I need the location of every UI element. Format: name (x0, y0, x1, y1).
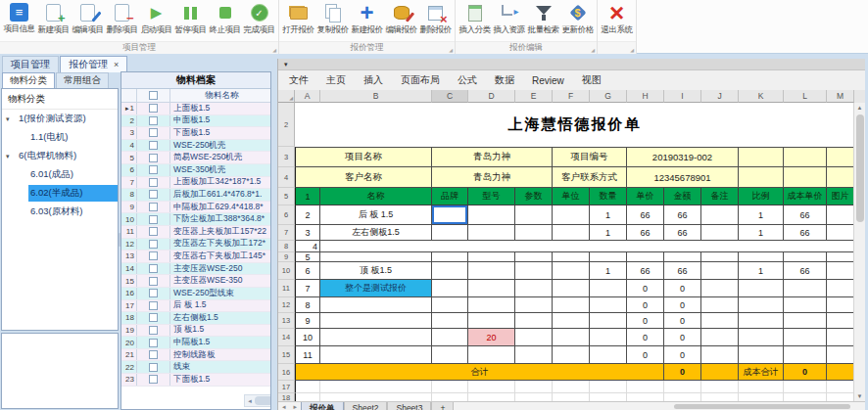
sheet-cell[interactable]: 上海慧悟德报价单 (295, 103, 854, 147)
sheet-cell[interactable] (784, 147, 827, 167)
sheet-cell[interactable] (784, 280, 827, 297)
scroll-left-icon[interactable]: ◂ (245, 397, 255, 405)
row-checkbox-cell[interactable] (137, 288, 170, 299)
doc-tab-active[interactable]: 报价管理× (60, 56, 127, 72)
sheet-cell[interactable] (664, 252, 701, 262)
sheet-cell[interactable] (701, 262, 739, 280)
sheet-hscroll-thumb[interactable] (674, 404, 850, 409)
tree-item[interactable]: 6.01(成品) (2, 165, 118, 184)
tree-item[interactable]: 1.1(电机) (2, 128, 118, 147)
sheet-cell[interactable] (432, 297, 468, 313)
sheet-cell[interactable] (701, 252, 739, 262)
sheet-cell[interactable]: 左右侧板1.5 (320, 225, 432, 241)
row-checkbox-cell[interactable] (137, 251, 170, 262)
sheet-cell[interactable] (515, 252, 553, 262)
sheet-cell[interactable]: 5 (295, 252, 320, 262)
sheet-cell[interactable]: 顶 板1.5 (320, 262, 432, 280)
row-header[interactable]: 10 (278, 262, 295, 280)
sheet-menu-item[interactable]: 文件 (280, 73, 317, 87)
scroll-thumb[interactable] (255, 396, 271, 405)
table-row[interactable]: 7上面板加工342*187*1.5 (121, 177, 270, 190)
sheet-cell[interactable] (553, 205, 590, 225)
sheet-cell[interactable]: 1 (295, 188, 320, 205)
table-row[interactable]: 17后 板 1.5 (121, 300, 270, 313)
sheet-cell[interactable]: 66 (784, 262, 827, 280)
sheet-cell[interactable] (432, 329, 468, 346)
row-header[interactable]: 13 (278, 313, 295, 329)
column-header[interactable]: J (701, 90, 739, 103)
row-header[interactable]: 12 (278, 297, 295, 313)
sheet-cell[interactable] (701, 346, 739, 364)
sheet-cell[interactable] (320, 346, 432, 364)
row-header[interactable]: 17 (278, 381, 295, 393)
table-row[interactable]: 14主变压器WSE-250 (121, 263, 270, 276)
ribbon-button-batch-search[interactable]: 批量检索 (526, 3, 560, 36)
row-header[interactable]: 16 (278, 364, 295, 381)
sheet-vscrollbar[interactable]: ▲ ▼ (853, 103, 865, 401)
sheet-cell[interactable] (739, 297, 784, 313)
sheet-cell[interactable]: 3 (295, 225, 320, 241)
sheet-cell[interactable]: 1 (739, 262, 784, 280)
column-header[interactable]: E (515, 90, 553, 103)
sheet-cell[interactable] (739, 346, 784, 364)
sheet-cell[interactable]: 成本合计 (739, 364, 784, 381)
sheet-cell[interactable] (515, 262, 553, 280)
sheet-cell[interactable] (827, 313, 854, 329)
sheet-cell[interactable]: 比例 (739, 188, 784, 205)
ribbon-button-update-price[interactable]: 更新价格 (560, 3, 595, 36)
sheet-tab-nav-right-icon[interactable]: ▸ (290, 402, 302, 410)
sheet-cell[interactable] (432, 262, 468, 280)
column-header[interactable]: D (468, 90, 515, 103)
sheet-cell[interactable]: 0 (664, 364, 701, 381)
sheet-cell[interactable] (784, 381, 827, 393)
sheet-cell[interactable]: 12345678901 (627, 167, 739, 188)
ribbon-button-delete-project[interactable]: 删除项目 (105, 3, 139, 36)
sheet-cell[interactable] (553, 329, 590, 346)
sheet-cell[interactable] (553, 381, 590, 393)
sheet-cell[interactable] (553, 280, 590, 297)
sheet-cell[interactable] (827, 147, 854, 167)
sheet-menu-item[interactable]: 视图 (573, 73, 610, 87)
sheet-menu-item[interactable]: 公式 (449, 73, 486, 87)
sheet-cell[interactable] (553, 252, 590, 262)
sheet-cell[interactable]: 1 (590, 225, 627, 241)
sheet-cell[interactable]: 1 (590, 262, 627, 280)
sheet-cell[interactable] (827, 252, 854, 262)
sheet-cell[interactable] (739, 329, 784, 346)
sheet-menu-item[interactable]: 数据 (486, 73, 523, 87)
sheet-cell[interactable] (827, 225, 854, 241)
sheet-cell[interactable]: 图片 (827, 188, 854, 205)
ribbon-button-edit-quote[interactable]: 编辑报价 (384, 3, 418, 36)
sheet-tab[interactable]: Sheet2 (344, 402, 388, 410)
row-checkbox-cell[interactable] (137, 325, 170, 337)
sheet-cell[interactable] (432, 205, 468, 225)
sheet-cell[interactable]: 66 (627, 262, 664, 280)
left-tab-inactive[interactable]: 常用组合 (56, 72, 109, 88)
row-checkbox-cell[interactable] (137, 374, 170, 386)
sheet-menu-item[interactable]: 插入 (355, 73, 392, 87)
row-checkbox-cell[interactable] (137, 349, 170, 361)
sheet-cell[interactable]: 1 (590, 205, 627, 225)
ribbon-button-open-quote[interactable]: 打开报价 (281, 3, 315, 36)
row-checkbox-cell[interactable] (137, 140, 170, 152)
scroll-down-icon[interactable]: ▼ (857, 391, 863, 401)
ribbon-button-new-quote[interactable]: 新建报价 (350, 3, 384, 36)
sheet-cell[interactable] (553, 262, 590, 280)
row-checkbox-cell[interactable] (137, 300, 170, 312)
scroll-up-icon[interactable]: ▲ (857, 103, 863, 113)
sheet-cell[interactable] (784, 252, 827, 262)
row-header[interactable]: 8 (278, 241, 295, 252)
row-header[interactable]: 6 (278, 205, 295, 225)
sheet-cell[interactable] (432, 252, 468, 262)
sheet-cell[interactable]: 20 (468, 329, 515, 346)
table-row[interactable]: 19顶 板1.5 (121, 325, 270, 338)
sheet-cell[interactable] (468, 225, 515, 241)
sheet-cell[interactable] (784, 297, 827, 313)
tree-item[interactable]: 6.03(原材料) (2, 203, 118, 221)
table-row[interactable]: 12变压器左下夹板加工172* (121, 239, 270, 251)
row-checkbox-cell[interactable] (137, 337, 170, 348)
ribbon-button-insert-resource[interactable]: 插入资源 (492, 3, 526, 36)
table-row[interactable]: 15主变压器WSE-350 (121, 275, 270, 288)
sheet-cell[interactable]: 青岛力神 (432, 147, 553, 167)
sheet-cell[interactable]: 客户名称 (295, 167, 432, 188)
